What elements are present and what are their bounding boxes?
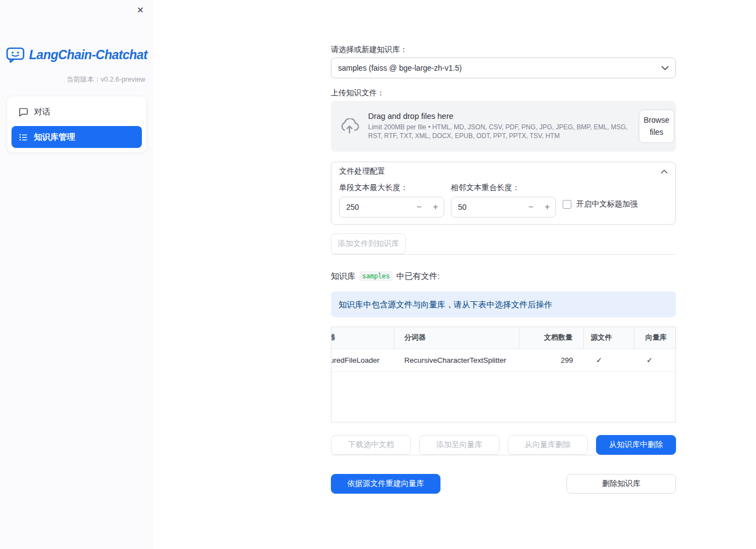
chunk-size-input[interactable]: 250 − + [339,197,444,218]
chevron-up-icon [661,169,668,174]
sidebar-close-icon[interactable]: ✕ [135,4,146,17]
dropzone-text: Drag and drop files here Limit 200MB per… [368,112,630,140]
decrement-button[interactable]: − [411,197,427,217]
header-cell-vector-store[interactable]: 向量库 [634,327,675,348]
overlap-size-input[interactable]: 50 − + [451,197,556,218]
sidebar-item-label: 对话 [34,107,50,117]
divider [331,455,676,455]
file-config-expander: 文件处理配置 单段文本最大长度： 250 − + 相邻文本重合长度： [331,162,676,225]
overlap-size-value: 50 [451,203,523,211]
add-files-to-kb-button[interactable]: 添加文件到知识库 [331,233,406,254]
kb-existing-files-text: 知识库 samples 中已有文件: [331,271,676,282]
expander-header[interactable]: 文件处理配置 [331,162,675,181]
logo-chat-bubble-icon [6,47,25,63]
kb-files-table: 器 分词器 文档数量 源文件 向量库 uredFileLoader Recurs… [331,327,676,422]
kb-files-suffix: 中已有文件: [397,271,440,282]
logo-text: LangChain-Chatchat [29,48,147,62]
header-cell-loader[interactable]: 器 [331,327,394,348]
cell-vector-check[interactable]: ✓ [634,349,675,371]
cell-splitter[interactable]: RecursiveCharacterTextSplitter [394,349,519,371]
cell-doc-count[interactable]: 299 [519,349,584,371]
chat-bubble-icon [19,107,28,117]
kb-files-prefix: 知识库 [331,271,356,282]
header-cell-source-file[interactable]: 源文件 [584,327,634,348]
kb-select-label: 请选择或新建知识库： [331,45,676,54]
chevron-down-icon [661,66,669,71]
zh-title-enhance-checkbox[interactable]: 开启中文标题加强 [563,183,668,209]
kb-selected-value: samples (faiss @ bge-large-zh-v1.5) [338,64,661,72]
delete-from-vector-store-button[interactable]: 从向量库删除 [508,435,588,455]
checkbox-label: 开启中文标题加强 [576,199,638,209]
header-cell-splitter[interactable]: 分词器 [394,327,519,348]
upload-files-label: 上传知识文件： [331,88,676,98]
kb-name-code: samples [359,271,393,281]
add-to-vector-store-button[interactable]: 添加至向量库 [419,435,499,455]
check-icon: ✓ [646,356,652,364]
list-icon [19,133,28,142]
file-dropzone[interactable]: Drag and drop files here Limit 200MB per… [331,101,676,152]
divider [331,254,676,255]
app-logo: LangChain-Chatchat [0,47,153,63]
sidebar-item-kb-management[interactable]: 知识库管理 [12,126,142,148]
main-content: 请选择或新建知识库： samples (faiss @ bge-large-zh… [331,0,676,494]
sidebar: ✕ LangChain-Chatchat 当前版本：v0.2.6-preview… [0,0,153,549]
chunk-size-value: 250 [340,203,411,211]
rebuild-vector-store-button[interactable]: 依据源文件重建向量库 [331,474,440,494]
sidebar-item-dialogue[interactable]: 对话 [12,101,142,123]
increment-button[interactable]: + [539,197,555,217]
table-actions: 下载选中文档 添加至向量库 从向量库删除 从知识库中删除 [331,435,676,455]
kb-selectbox[interactable]: samples (faiss @ bge-large-zh-v1.5) [331,58,676,78]
version-label: 当前版本：v0.2.6-preview [0,75,153,84]
download-selected-button[interactable]: 下载选中文档 [331,435,411,455]
delete-from-kb-button[interactable]: 从知识库中删除 [596,435,676,455]
header-cell-doc-count[interactable]: 文档数量 [519,327,584,348]
overlap-size-label: 相邻文本重合长度： [451,183,556,192]
spacer [449,474,558,494]
expander-body: 单段文本最大长度： 250 − + 相邻文本重合长度： 50 − + [331,181,675,224]
decrement-button[interactable]: − [523,197,539,217]
table-row[interactable]: uredFileLoader RecursiveCharacterTextSpl… [331,349,675,372]
cell-loader[interactable]: uredFileLoader [331,349,394,371]
increment-button[interactable]: + [427,197,444,217]
sidebar-menu: 对话 知识库管理 [7,96,146,152]
chunk-size-label: 单段文本最大长度： [339,183,444,192]
dropzone-title: Drag and drop files here [368,112,630,121]
cell-source-check[interactable]: ✓ [584,349,634,371]
sidebar-item-label: 知识库管理 [34,132,75,142]
delete-kb-button[interactable]: 删除知识库 [566,474,676,494]
check-icon: ✓ [596,356,602,364]
checkbox-box[interactable] [563,200,571,209]
kb-bottom-actions: 依据源文件重建向量库 删除知识库 [331,474,676,494]
info-banner: 知识库中包含源文件与向量库，请从下表中选择文件后操作 [331,291,676,317]
cloud-upload-icon [340,118,359,134]
table-header-row: 器 分词器 文档数量 源文件 向量库 [331,327,675,349]
dropzone-hint: Limit 200MB per file • HTML, MD, JSON, C… [368,123,630,140]
expander-title: 文件处理配置 [339,167,385,176]
browse-files-button[interactable]: Browse files [639,110,674,143]
